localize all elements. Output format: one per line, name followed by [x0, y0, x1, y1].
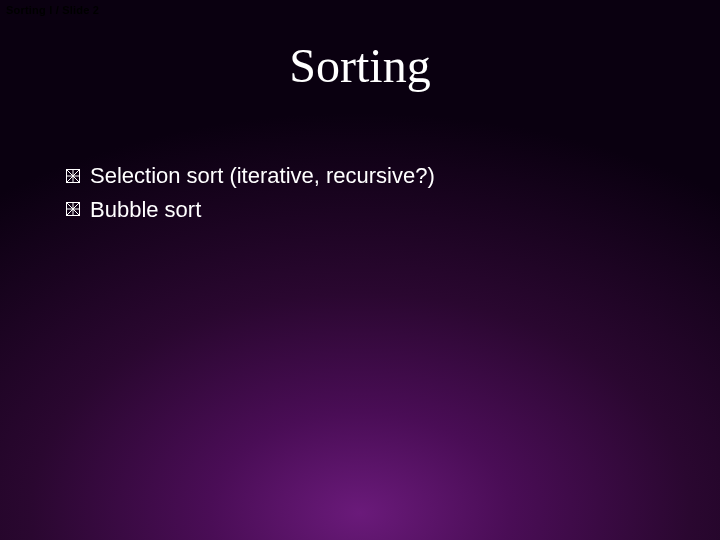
slide-body: Selection sort (iterative, recursive?) B…	[66, 162, 680, 229]
star-box-icon	[66, 169, 80, 183]
star-box-icon	[66, 202, 80, 216]
header-text: Sorting I / Slide 2	[6, 4, 99, 16]
list-item: Selection sort (iterative, recursive?)	[66, 162, 680, 190]
list-item: Bubble sort	[66, 196, 680, 224]
bullet-text: Bubble sort	[90, 196, 201, 224]
slide-header: Sorting I / Slide 2	[6, 4, 99, 16]
bullet-text: Selection sort (iterative, recursive?)	[90, 162, 435, 190]
slide: Sorting I / Slide 2 Sorting Selection so…	[0, 0, 720, 540]
slide-title: Sorting	[0, 38, 720, 93]
